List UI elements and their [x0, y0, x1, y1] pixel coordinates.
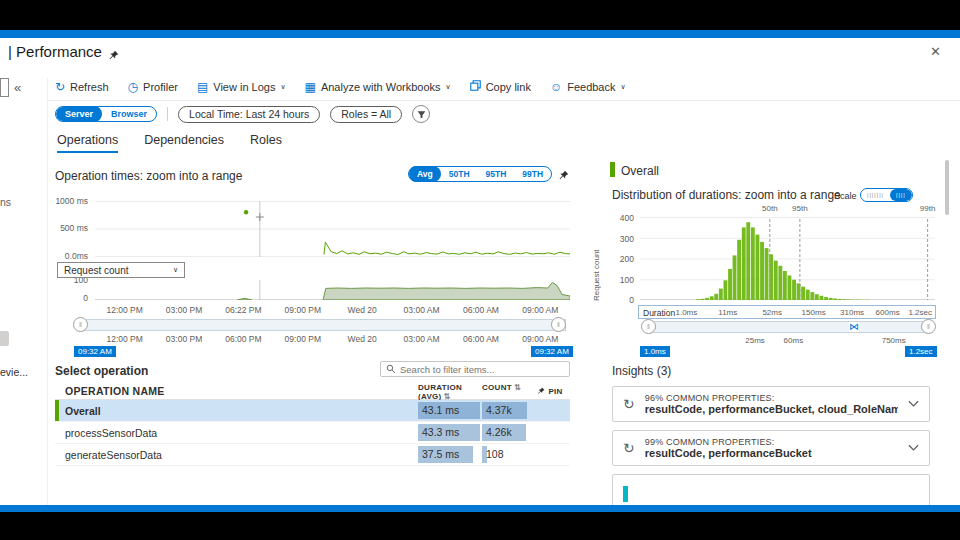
sidebar-fragment-bottom: evie...	[0, 366, 28, 378]
sidebar-fragment-top: ns	[0, 196, 11, 208]
time-brush-track[interactable]	[80, 319, 566, 331]
metric-dropdown[interactable]: Request count ∨	[57, 262, 185, 278]
histogram-y-axis: 400 300 200 100 0	[606, 38, 634, 318]
tab-roles[interactable]: Roles	[250, 133, 282, 153]
count-value: 4.37k	[486, 404, 512, 416]
pin-chart-icon[interactable]	[558, 167, 569, 185]
operation-name: processSensorData	[55, 427, 418, 439]
insight-detail: resultCode, performanceBucket, cloud_Rol…	[645, 403, 898, 415]
collapse-range-icon[interactable]: ⋈	[849, 322, 859, 332]
performance-blade: | Performance ✕ « ns evie... ↻ Refresh ◷…	[0, 38, 960, 505]
workbooks-icon: ▦	[305, 81, 316, 93]
request-count-axis-label: Request count	[592, 217, 601, 301]
search-input[interactable]	[400, 364, 564, 375]
grip-icon: ‖	[557, 321, 560, 328]
brush-start-badge: 09:32 AM	[74, 346, 116, 357]
logs-icon: ▤	[197, 81, 208, 93]
metric-toggle: Avg 50TH 95TH 99TH	[408, 166, 552, 182]
brush-end-badge: 09:32 AM	[531, 346, 573, 357]
col-pin: PIN	[530, 387, 570, 396]
duration-brush-end-badge: 1.2sec	[905, 346, 937, 357]
distribution-title: Distribution of durations: zoom into a r…	[612, 188, 841, 202]
y-tick: 200	[620, 254, 634, 264]
sync-icon: ↻	[623, 396, 635, 412]
table-row-processSensorData[interactable]: processSensorData 43.3 ms 4.26k	[55, 422, 570, 444]
brush-time-axis: 12:00 PM03:00 PM06:00 PM09:00 PMWed 2003…	[95, 334, 570, 344]
insight-accent-bar	[623, 486, 628, 502]
duration-distribution-chart[interactable]	[640, 217, 935, 300]
col-duration[interactable]: DURATION (AVG)⇅	[418, 383, 482, 399]
feedback-icon: ☺	[550, 81, 562, 93]
chevron-down-icon: ∨	[173, 266, 178, 274]
azure-bottom-banner	[0, 505, 960, 512]
y-tick: 0	[83, 293, 88, 303]
copy-link-label: Copy link	[486, 81, 531, 93]
sort-icon: ⇅	[514, 383, 521, 392]
time-range-filter[interactable]: Local Time: Last 24 hours	[178, 106, 320, 123]
operation-times-chart[interactable]	[95, 201, 570, 257]
metric-avg[interactable]: Avg	[409, 166, 441, 182]
duration-brush-track[interactable]	[648, 321, 928, 333]
scale-linear-option[interactable]: ||||	[890, 189, 912, 201]
search-box[interactable]	[380, 361, 570, 377]
duration-value: 37.5 ms	[422, 448, 459, 460]
profiler-label: Profiler	[143, 81, 178, 93]
duration-axis-box: Duration 1.0ms11ms52ms150ms310ms600ms1.2…	[638, 305, 936, 319]
copy-link-icon	[470, 80, 481, 93]
y-tick: 100	[620, 275, 634, 285]
request-count-chart[interactable]	[95, 280, 570, 300]
metric-50th[interactable]: 50TH	[441, 166, 478, 182]
count-value: 108	[486, 448, 504, 460]
insight-card-96[interactable]: ↻ 96% COMMON PROPERTIES: resultCode, per…	[612, 386, 930, 422]
col-count[interactable]: COUNT⇅	[482, 383, 530, 399]
chevron-down-icon[interactable]	[908, 400, 919, 408]
scale-label: Scale	[834, 191, 857, 201]
time-brush-left-handle[interactable]: ‖	[73, 317, 88, 332]
sidebar-fragment-chip	[0, 331, 9, 346]
copy-link-button[interactable]: Copy link	[470, 80, 531, 93]
grip-icon: ‖	[927, 323, 930, 330]
percentile-labels: 50th95th99th	[640, 204, 935, 214]
metric-dropdown-value: Request count	[64, 265, 129, 276]
y-tick: 400	[620, 213, 634, 223]
count-value: 4.26k	[486, 426, 512, 438]
insight-heading: 96% COMMON PROPERTIES:	[645, 393, 898, 403]
analyze-with-workbooks-button[interactable]: ▦ Analyze with Workbooks ∨	[305, 81, 451, 93]
y-tick: 0.0ms	[65, 251, 88, 261]
funnel-icon	[417, 110, 426, 119]
pin-icon	[537, 387, 545, 395]
chevron-down-icon: ∨	[446, 83, 451, 91]
insights-title: Insights (3)	[612, 364, 671, 378]
duration-brush-start-badge: 1.0ms	[640, 346, 670, 357]
browser-toggle[interactable]: Browser	[102, 106, 156, 122]
roles-filter[interactable]: Roles = All	[330, 106, 402, 123]
chevron-down-icon[interactable]	[908, 444, 919, 452]
search-icon	[386, 364, 396, 374]
collapse-sidebar-icon[interactable]: «	[14, 80, 21, 95]
table-row-overall[interactable]: Overall 43.1 ms 4.37k	[55, 400, 570, 422]
metric-99th[interactable]: 99TH	[514, 166, 551, 182]
y-tick: 1000 ms	[55, 196, 88, 206]
duration-brush-axis: 25ms60ms750ms	[640, 336, 935, 346]
duration-brush-right-handle[interactable]: ‖	[921, 319, 936, 334]
y-tick: 0	[629, 295, 634, 305]
right-scrollbar[interactable]	[945, 160, 949, 215]
scale-log-option[interactable]: |||||||	[861, 189, 890, 201]
view-in-logs-button[interactable]: ▤ View in Logs ∨	[197, 81, 286, 93]
metric-95th[interactable]: 95TH	[478, 166, 515, 182]
table-header: OPERATION NAME DURATION (AVG)⇅ COUNT⇅ PI…	[55, 383, 570, 400]
duration-brush-left-handle[interactable]: ‖	[641, 319, 656, 334]
table-row-generateSensorData[interactable]: generateSensorData 37.5 ms 108	[55, 444, 570, 466]
insight-card-partial[interactable]	[612, 474, 930, 505]
col-operation-name[interactable]: OPERATION NAME	[55, 385, 418, 397]
close-blade-icon[interactable]: ✕	[930, 44, 941, 59]
tab-dependencies[interactable]: Dependencies	[144, 133, 224, 153]
pin-blade-icon[interactable]	[108, 47, 119, 65]
view-in-logs-label: View in Logs	[213, 81, 275, 93]
insight-card-99[interactable]: ↻ 99% COMMON PROPERTIES: resultCode, per…	[612, 430, 930, 466]
add-filter-button[interactable]	[412, 105, 430, 123]
profiler-button[interactable]: ◷ Profiler	[128, 81, 178, 93]
y-tick: 300	[620, 234, 634, 244]
operation-name: Overall	[55, 405, 418, 417]
time-brush-right-handle[interactable]: ‖	[551, 317, 566, 332]
